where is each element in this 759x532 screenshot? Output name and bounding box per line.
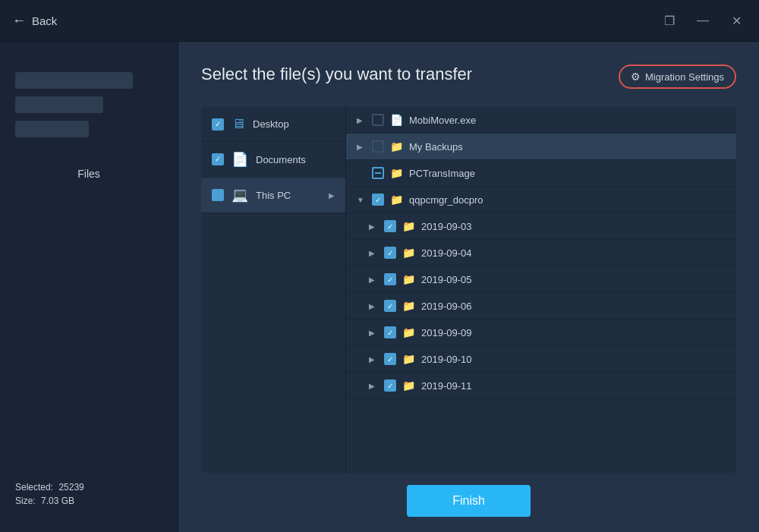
close-icon: ✕	[732, 14, 742, 28]
file-mobimover[interactable]: ▶ 📄 MobiMover.exe	[346, 107, 736, 134]
file-mybackups[interactable]: ▶ 📁 My Backups	[346, 134, 736, 160]
d6-checkbox[interactable]: ✓	[384, 353, 396, 365]
file-2019-09-10[interactable]: ▶ ✓ 📁 2019-09-10	[346, 346, 736, 373]
content-header: Select the file(s) you want to transfer …	[201, 65, 736, 89]
d4-checkbox[interactable]: ✓	[384, 300, 396, 312]
file-2019-09-09[interactable]: ▶ ✓ 📁 2019-09-09	[346, 320, 736, 346]
file-2019-09-06[interactable]: ▶ ✓ 📁 2019-09-06	[346, 293, 736, 320]
files-panel: ▶ 📄 MobiMover.exe ▶ 📁 My Backups 📁	[345, 107, 736, 473]
mobimover-icon: 📄	[390, 114, 403, 126]
sidebar-files-label: Files	[77, 168, 100, 180]
category-documents[interactable]: ✓ 📄 Documents	[201, 142, 345, 178]
desktop-label: Desktop	[253, 118, 289, 130]
d5-label: 2019-09-09	[421, 327, 472, 338]
expand-arrow-mybackups-icon: ▶	[357, 143, 366, 151]
d3-checkbox[interactable]: ✓	[384, 273, 396, 285]
mybackups-label: My Backups	[409, 141, 463, 153]
documents-label: Documents	[256, 154, 306, 165]
sidebar-bar-3	[15, 121, 89, 137]
d5-icon: 📁	[402, 326, 415, 338]
desktop-icon: 🖥	[231, 116, 245, 132]
d7-icon: 📁	[402, 379, 415, 392]
expand-arrow-d7-icon: ▶	[369, 382, 378, 390]
selected-value: 25239	[58, 482, 83, 493]
expand-arrow-d1-icon: ▶	[369, 222, 378, 231]
d4-label: 2019-09-06	[421, 301, 472, 312]
footer: Finish	[201, 485, 736, 517]
d1-label: 2019-09-03	[421, 221, 472, 232]
thispc-icon: 💻	[231, 187, 248, 203]
d6-label: 2019-09-10	[421, 354, 472, 365]
minimize-icon: —	[697, 14, 709, 27]
back-button[interactable]: ← Back	[12, 13, 57, 29]
minimize-button[interactable]: —	[692, 10, 713, 31]
expand-arrow-d6-icon: ▶	[369, 355, 378, 364]
qqpcmgr-checkbox[interactable]: ✓	[372, 194, 384, 206]
expand-thispc-icon: ▶	[329, 191, 335, 200]
expand-arrow-d4-icon: ▶	[369, 302, 378, 310]
content-area: Select the file(s) you want to transfer …	[178, 42, 759, 532]
migration-settings-label: Migration Settings	[645, 71, 724, 83]
file-2019-09-03[interactable]: ▶ ✓ 📁 2019-09-03	[346, 213, 736, 240]
main-layout: Files Selected: 25239 Size: 7.03 GB Sele…	[0, 42, 759, 532]
sidebar-items	[15, 72, 162, 137]
d5-checkbox[interactable]: ✓	[384, 326, 396, 338]
thispc-checkbox[interactable]	[212, 189, 224, 201]
sidebar-bar-2	[15, 96, 103, 113]
back-label: Back	[32, 14, 57, 27]
pctransimage-checkbox[interactable]	[372, 167, 384, 179]
mybackups-icon: 📁	[390, 140, 403, 153]
pctransimage-icon: 📁	[390, 167, 403, 179]
category-desktop[interactable]: ✓ 🖥 Desktop	[201, 107, 345, 142]
close-button[interactable]: ✕	[726, 10, 747, 31]
restore-button[interactable]: ❐	[659, 10, 680, 31]
title-bar: ← Back ❐ — ✕	[0, 0, 759, 42]
d7-label: 2019-09-11	[421, 380, 472, 392]
expand-arrow-d5-icon: ▶	[369, 329, 378, 337]
categories-panel: ✓ 🖥 Desktop ✓ 📄 Documents 💻	[201, 107, 345, 473]
category-thispc[interactable]: 💻 This PC ▶	[201, 178, 345, 213]
d4-icon: 📁	[402, 300, 415, 312]
sidebar-size: Size: 7.03 GB	[15, 496, 162, 506]
file-2019-09-11[interactable]: ▶ ✓ 📁 2019-09-11	[346, 373, 736, 399]
d1-icon: 📁	[402, 220, 415, 232]
gear-icon: ⚙	[631, 71, 641, 83]
sidebar: Files Selected: 25239 Size: 7.03 GB	[0, 42, 178, 532]
restore-icon: ❐	[664, 14, 675, 28]
sidebar-selected: Selected: 25239	[15, 482, 162, 493]
pctransimage-label: PCTransImage	[409, 168, 475, 179]
d3-label: 2019-09-05	[421, 274, 472, 285]
back-arrow-icon: ←	[12, 13, 26, 29]
finish-button[interactable]: Finish	[407, 485, 531, 517]
sidebar-bar-1	[15, 72, 133, 89]
file-2019-09-05[interactable]: ▶ ✓ 📁 2019-09-05	[346, 266, 736, 293]
d2-label: 2019-09-04	[421, 247, 472, 259]
size-value: 7.03 GB	[41, 496, 74, 506]
mybackups-checkbox[interactable]	[372, 140, 384, 153]
expand-arrow-icon: ▶	[357, 116, 366, 124]
expand-arrow-d2-icon: ▶	[369, 249, 378, 257]
sidebar-info: Selected: 25239 Size: 7.03 GB	[15, 467, 162, 509]
d7-checkbox[interactable]: ✓	[384, 379, 396, 392]
mobimover-checkbox[interactable]	[372, 114, 384, 126]
d1-checkbox[interactable]: ✓	[384, 220, 396, 232]
qqpcmgr-label: qqpcmgr_docpro	[409, 194, 483, 206]
d6-icon: 📁	[402, 353, 415, 365]
thispc-label: This PC	[256, 190, 291, 201]
qqpcmgr-icon: 📁	[390, 194, 403, 206]
d2-icon: 📁	[402, 247, 415, 259]
d3-icon: 📁	[402, 273, 415, 285]
file-browser: ✓ 🖥 Desktop ✓ 📄 Documents 💻	[201, 107, 736, 473]
file-2019-09-04[interactable]: ▶ ✓ 📁 2019-09-04	[346, 240, 736, 266]
migration-settings-button[interactable]: ⚙ Migration Settings	[619, 65, 736, 89]
file-qqpcmgr[interactable]: ▼ ✓ 📁 qqpcmgr_docpro	[346, 187, 736, 213]
documents-icon: 📄	[231, 151, 248, 168]
expand-arrow-qqpcmgr-icon: ▼	[357, 196, 366, 204]
desktop-checkbox[interactable]: ✓	[212, 118, 224, 131]
file-pctransimage[interactable]: 📁 PCTransImage	[346, 160, 736, 187]
d2-checkbox[interactable]: ✓	[384, 247, 396, 259]
documents-checkbox[interactable]: ✓	[212, 153, 224, 165]
page-title: Select the file(s) you want to transfer	[201, 65, 472, 84]
mobimover-label: MobiMover.exe	[409, 115, 476, 126]
window-controls: ❐ — ✕	[659, 10, 747, 31]
